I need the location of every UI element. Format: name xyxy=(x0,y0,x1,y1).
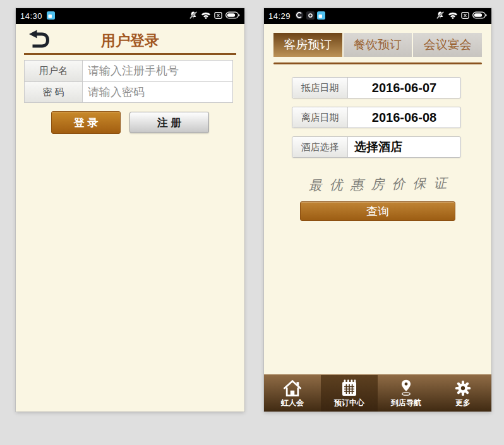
mute-icon xyxy=(189,11,198,21)
sim-x-icon xyxy=(461,11,469,21)
battery-icon xyxy=(225,11,240,21)
tab-room-booking[interactable]: 客房预订 xyxy=(273,33,342,57)
location-pin-icon xyxy=(400,378,412,396)
hotel-select-row: 酒店选择 选择酒店 xyxy=(292,136,461,158)
booking-form: 抵店日期 2016-06-07 离店日期 2016-06-08 酒店选择 选择酒… xyxy=(264,77,491,158)
nav-label: 更多 xyxy=(455,398,471,408)
tabs-underline xyxy=(273,62,482,64)
back-arrow-icon xyxy=(28,28,51,51)
gear-icon xyxy=(455,378,471,396)
username-input[interactable] xyxy=(83,61,232,81)
booking-tabs: 客房预订 餐饮预订 会议宴会 xyxy=(273,33,482,57)
blue-app-icon xyxy=(317,11,325,21)
status-bar: 14:29 xyxy=(264,8,491,24)
nav-item-member-club[interactable]: 虹人会 xyxy=(264,375,321,412)
sim-x-icon xyxy=(214,11,222,21)
back-button[interactable] xyxy=(27,29,51,50)
username-label: 用户名 xyxy=(25,61,83,81)
login-actions: 登 录 注 册 xyxy=(16,111,244,134)
booking-screen: 客房预订 餐饮预订 会议宴会 抵店日期 2016-06-07 离店日期 2016… xyxy=(264,24,491,412)
nav-label: 到店导航 xyxy=(391,398,421,408)
nav-label: 预订中心 xyxy=(334,398,364,408)
page-title: 用户登录 xyxy=(24,24,236,57)
nav-label: 虹人会 xyxy=(281,398,304,408)
login-header: 用户登录 xyxy=(24,24,236,55)
hotel-select-label: 酒店选择 xyxy=(292,137,348,157)
username-row: 用户名 xyxy=(25,61,232,81)
login-form: 用户名 密 码 xyxy=(24,60,233,103)
clock: 14:30 xyxy=(20,11,42,21)
password-input[interactable] xyxy=(83,82,232,102)
booking-phone: 14:29 客房预订 餐饮预订 会议宴会 抵店日期 xyxy=(264,8,491,412)
nav-item-navigation[interactable]: 到店导航 xyxy=(378,375,435,412)
password-row: 密 码 xyxy=(25,81,232,102)
booking-grid-icon xyxy=(342,378,357,396)
departure-date-row: 离店日期 2016-06-08 xyxy=(292,107,461,128)
bottom-nav: 虹人会 预订中心 到店导航 更多 xyxy=(264,374,491,412)
screenshot-canvas: 14:30 用户登录 用户名 xyxy=(0,0,504,445)
tab-meeting-banquet[interactable]: 会议宴会 xyxy=(413,33,482,57)
clock: 14:29 xyxy=(268,11,291,21)
login-button[interactable]: 登 录 xyxy=(51,111,121,134)
wifi-icon xyxy=(448,11,458,21)
register-button[interactable]: 注 册 xyxy=(129,112,209,133)
arrival-date-row: 抵店日期 2016-06-07 xyxy=(292,77,461,98)
wifi-icon xyxy=(201,11,211,21)
query-button[interactable]: 查询 xyxy=(300,201,455,221)
battery-icon xyxy=(472,11,487,21)
nav-item-booking-center[interactable]: 预订中心 xyxy=(321,375,378,412)
nav-item-more[interactable]: 更多 xyxy=(435,375,491,412)
blue-app-icon xyxy=(47,11,55,21)
login-screen: 用户登录 用户名 密 码 登 录 注 册 xyxy=(16,24,244,412)
login-phone: 14:30 用户登录 用户名 xyxy=(16,8,244,412)
hotel-select-value[interactable]: 选择酒店 xyxy=(348,137,460,157)
status-bar: 14:30 xyxy=(16,8,244,24)
departure-date-value[interactable]: 2016-06-08 xyxy=(348,107,460,128)
password-label: 密 码 xyxy=(25,82,83,102)
circle-c-app-icon xyxy=(295,11,304,21)
square-o-app-icon xyxy=(306,11,315,21)
arrival-date-value[interactable]: 2016-06-07 xyxy=(348,78,460,98)
tab-dining-booking[interactable]: 餐饮预订 xyxy=(344,33,412,57)
arrival-date-label: 抵店日期 xyxy=(292,78,348,98)
home-icon xyxy=(283,378,302,396)
mute-icon xyxy=(436,11,445,21)
best-price-slogan: 最优惠房价保证 xyxy=(264,174,491,195)
departure-date-label: 离店日期 xyxy=(292,107,348,128)
